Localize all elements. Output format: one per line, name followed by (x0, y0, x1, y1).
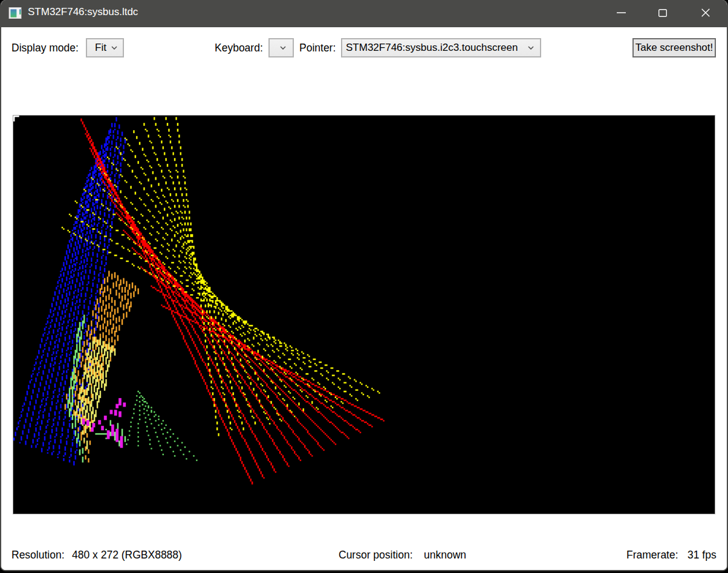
display-mode-label: Display mode: (11, 42, 79, 54)
minimize-icon (617, 12, 626, 13)
keyboard-select[interactable] (268, 38, 294, 57)
close-icon (701, 8, 710, 17)
keyboard-label: Keyboard: (215, 42, 263, 54)
chevron-down-icon (111, 46, 117, 50)
resolution-label: Resolution: (11, 549, 65, 562)
cursor-position-value: unknown (424, 549, 466, 562)
display-mode-select[interactable]: Fit (86, 38, 124, 57)
maximize-icon (658, 9, 667, 17)
app-window: STM32F746:sysbus.ltdc Display mode: Fit … (0, 0, 728, 571)
resolution-value: 480 x 272 (RGBX8888) (72, 549, 182, 562)
chevron-down-icon (280, 46, 286, 50)
toolbar: Display mode: Fit Keyboard: Pointer: STM… (1, 27, 727, 116)
window-title: STM32F746:sysbus.ltdc (28, 0, 138, 24)
display-mode-value: Fit (95, 42, 106, 54)
framerate-label: Framerate: (626, 549, 678, 562)
chevron-down-icon (528, 46, 534, 50)
framebuffer-panel[interactable] (13, 115, 715, 514)
take-screenshot-button[interactable]: Take screenshot! (632, 38, 716, 57)
statusbar: Resolution: 480 x 272 (RGBX8888) Cursor … (1, 514, 727, 570)
app-icon (8, 7, 22, 19)
pointer-select[interactable]: STM32F746:sysbus.i2c3.touchscreen (341, 38, 541, 57)
pointer-value: STM32F746:sysbus.i2c3.touchscreen (346, 42, 518, 54)
minimize-button[interactable] (607, 0, 635, 25)
pointer-label: Pointer: (299, 42, 336, 54)
framerate-value: 31 fps (687, 549, 717, 562)
titlebar[interactable]: STM32F746:sysbus.ltdc (1, 0, 727, 27)
maximize-button[interactable] (649, 0, 677, 25)
cursor-position-label: Cursor position: (339, 549, 413, 562)
framebuffer-canvas[interactable] (13, 116, 715, 514)
close-button[interactable] (692, 0, 720, 25)
